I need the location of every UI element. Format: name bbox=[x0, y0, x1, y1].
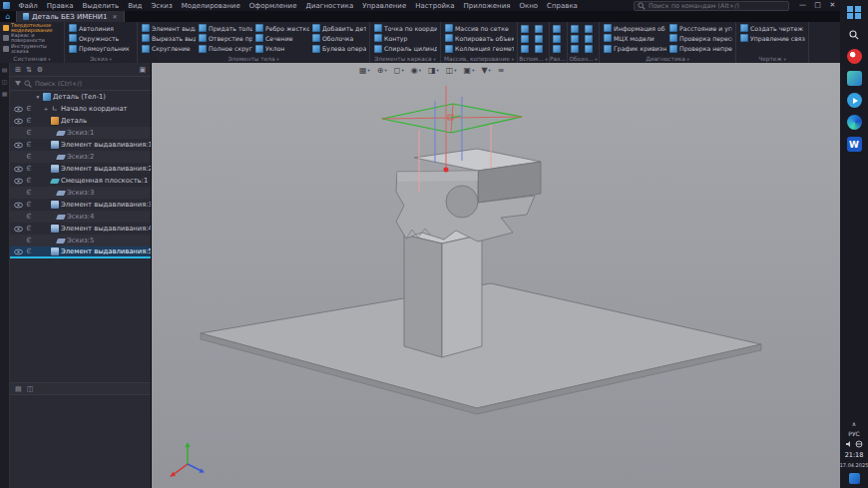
ribbon-button[interactable]: Скругление bbox=[141, 44, 196, 54]
tree-row-12[interactable]: ЄЭлемент выдавливания:4 bbox=[10, 223, 151, 235]
volume-icon[interactable] bbox=[845, 440, 853, 448]
more-tools-button[interactable]: ≡ bbox=[496, 65, 507, 76]
ribbon-icon-button[interactable] bbox=[553, 35, 561, 43]
notification-center-icon[interactable] bbox=[849, 473, 860, 484]
ribbon-button[interactable]: Прямоугольник bbox=[68, 44, 134, 54]
document-tab[interactable]: Деталь БЕЗ ИМЕНИ1 ✕ bbox=[16, 11, 125, 22]
hide-objects-button[interactable]: ◫▾ bbox=[444, 65, 459, 76]
maximize-button[interactable]: □ bbox=[810, 0, 825, 11]
menu-item-7[interactable]: Оформление bbox=[244, 2, 301, 10]
ribbon-icon-button[interactable] bbox=[521, 35, 529, 43]
tree-row-14[interactable]: ЄЭлемент выдавливания:5 bbox=[10, 246, 151, 258]
pin-panel-icon[interactable]: ▣ bbox=[139, 66, 146, 74]
snap-settings-button[interactable]: ⊕▾ bbox=[375, 65, 389, 76]
visibility-eye-icon[interactable] bbox=[13, 226, 23, 233]
ribbon-button[interactable]: МЦХ модели bbox=[603, 33, 666, 43]
taskbar-edge-icon[interactable] bbox=[847, 115, 862, 130]
ribbon-icon-button[interactable] bbox=[553, 45, 561, 53]
ribbon-button[interactable]: Спираль цилиндрическая bbox=[373, 44, 437, 54]
menu-item-4[interactable]: Вид bbox=[124, 2, 147, 10]
menu-item-8[interactable]: Диагностика bbox=[301, 2, 358, 10]
ribbon-button[interactable]: Сечение bbox=[254, 33, 309, 43]
ribbon-button[interactable]: Коллекция геометрии bbox=[444, 44, 514, 54]
section-display-button[interactable]: ◨▾ bbox=[426, 65, 441, 76]
workspace-mode-2[interactable]: Каркас и поверхности bbox=[3, 33, 61, 43]
tree-settings-icon[interactable]: ⚙ bbox=[37, 66, 43, 74]
ribbon-icon-button[interactable] bbox=[585, 45, 593, 53]
ribbon-button[interactable]: Оболочка bbox=[311, 33, 366, 43]
ribbon-button[interactable]: Расстояние и угол bbox=[668, 23, 732, 33]
menu-item-1[interactable]: Файл bbox=[14, 2, 42, 10]
ribbon-button[interactable]: Управление связанными bbox=[739, 33, 805, 43]
home-tab-button[interactable]: ⌂ bbox=[0, 11, 16, 22]
command-search-input[interactable]: Поиск по командам (Alt+/) bbox=[634, 1, 789, 11]
expander-icon[interactable]: ▾ bbox=[35, 94, 41, 100]
clock-time[interactable]: 21:18 bbox=[845, 451, 864, 459]
ribbon-icon-button[interactable] bbox=[571, 35, 579, 43]
ribbon-button[interactable]: Отверстие простое bbox=[198, 33, 252, 43]
layers-panel-icon[interactable]: ◫ bbox=[2, 78, 8, 85]
ribbon-icon-button[interactable] bbox=[585, 35, 593, 43]
current-plane-button[interactable]: ▦▾ bbox=[357, 65, 372, 76]
tree-row-3[interactable]: ЄДеталь bbox=[10, 115, 151, 127]
ribbon-button[interactable]: Проверка пересечений bbox=[668, 33, 732, 43]
visibility-eye-icon[interactable] bbox=[13, 178, 23, 185]
menu-item-13[interactable]: Справка bbox=[543, 2, 583, 10]
network-icon[interactable] bbox=[855, 440, 863, 448]
clip-planes-button[interactable]: ▣▾ bbox=[462, 65, 477, 76]
visibility-eye-icon[interactable] bbox=[13, 142, 23, 149]
menu-item-3[interactable]: Выделить bbox=[78, 2, 124, 10]
ribbon-icon-button[interactable] bbox=[521, 25, 529, 33]
tree-row-5[interactable]: ЄЭлемент выдавливания:1 bbox=[10, 139, 151, 151]
ribbon-icon-button[interactable] bbox=[521, 45, 529, 53]
tab-close-icon[interactable]: ✕ bbox=[113, 13, 118, 20]
close-button[interactable]: ✕ bbox=[825, 0, 840, 11]
workspace-mode-3[interactable]: Инструменты эскиза bbox=[3, 44, 61, 54]
parameters-panel-icon[interactable]: ▤ bbox=[15, 385, 22, 393]
tree-search-input[interactable]: Поиск (Ctrl+/) bbox=[10, 77, 151, 91]
tree-row-11[interactable]: ЄЭскиз:4 bbox=[10, 211, 151, 223]
tree-row-2[interactable]: Є+∟Начало координат bbox=[10, 103, 151, 115]
ribbon-button[interactable]: Копировать объекты bbox=[444, 33, 514, 43]
ribbon-button[interactable]: Окружность bbox=[68, 33, 134, 43]
visibility-eye-icon[interactable] bbox=[13, 202, 23, 209]
filter-button[interactable]: ▼▾ bbox=[479, 65, 492, 76]
ribbon-icon-button[interactable] bbox=[571, 45, 579, 53]
taskbar-search-icon[interactable] bbox=[847, 27, 862, 42]
expand-tree-icon[interactable]: ⊞ bbox=[15, 66, 21, 74]
ribbon-button[interactable]: График кривизны bbox=[603, 44, 666, 54]
ribbon-button[interactable]: Уклон bbox=[254, 44, 309, 54]
params-panel-icon[interactable]: ▦ bbox=[2, 90, 8, 97]
ribbon-button[interactable]: Создать чертеж по модели bbox=[739, 23, 805, 33]
sort-tree-icon[interactable]: ⇅ bbox=[26, 66, 32, 74]
ribbon-icon-button[interactable] bbox=[535, 25, 543, 33]
menu-item-11[interactable]: Приложения bbox=[459, 2, 515, 10]
3d-viewport[interactable]: ▦▾⊕▾◻▾◉▾◨▾◫▾▣▾▼▾≡ bbox=[152, 63, 840, 488]
ribbon-icon-button[interactable] bbox=[535, 35, 543, 43]
display-mode-button[interactable]: ◉▾ bbox=[409, 65, 423, 76]
tree-row-4[interactable]: ЄЭскиз:1 bbox=[10, 127, 151, 139]
ribbon-button[interactable]: Добавить деталь-заготовку bbox=[311, 23, 366, 33]
tree-row-7[interactable]: ЄЭлемент выдавливания:2 bbox=[10, 163, 151, 175]
visibility-eye-icon[interactable] bbox=[13, 248, 23, 255]
ribbon-icon-button[interactable] bbox=[571, 25, 579, 33]
ribbon-button[interactable]: Информация об объекте bbox=[603, 23, 666, 33]
tree-row-13[interactable]: ЄЭскиз:5 bbox=[10, 235, 151, 246]
ribbon-button[interactable]: Булева операция bbox=[311, 44, 366, 54]
menu-item-6[interactable]: Моделирование bbox=[177, 2, 244, 10]
ribbon-button[interactable]: Вырезать выдавливанием bbox=[141, 33, 196, 43]
taskbar-yandex-browser-icon[interactable] bbox=[847, 49, 862, 64]
menu-item-5[interactable]: Эскиз bbox=[147, 2, 177, 10]
expander-icon[interactable]: + bbox=[43, 106, 49, 112]
ribbon-button[interactable]: Полное скругление bbox=[198, 44, 252, 54]
tree-row-9[interactable]: ЄЭскиз:3 bbox=[10, 187, 151, 199]
minimize-button[interactable]: — bbox=[795, 0, 810, 11]
taskbar-telegram-icon[interactable] bbox=[847, 93, 862, 108]
ribbon-button[interactable]: Контур bbox=[373, 33, 437, 43]
ribbon-button[interactable]: Элемент выдавливания bbox=[141, 23, 196, 33]
ribbon-button[interactable]: Придать толщину bbox=[198, 23, 252, 33]
workspace-mode-1[interactable]: Твердотельное моделирование bbox=[3, 23, 61, 33]
tree-row-6[interactable]: ЄЭскиз:2 bbox=[10, 151, 151, 163]
ribbon-icon-button[interactable] bbox=[535, 45, 543, 53]
visibility-eye-icon[interactable] bbox=[13, 166, 23, 173]
